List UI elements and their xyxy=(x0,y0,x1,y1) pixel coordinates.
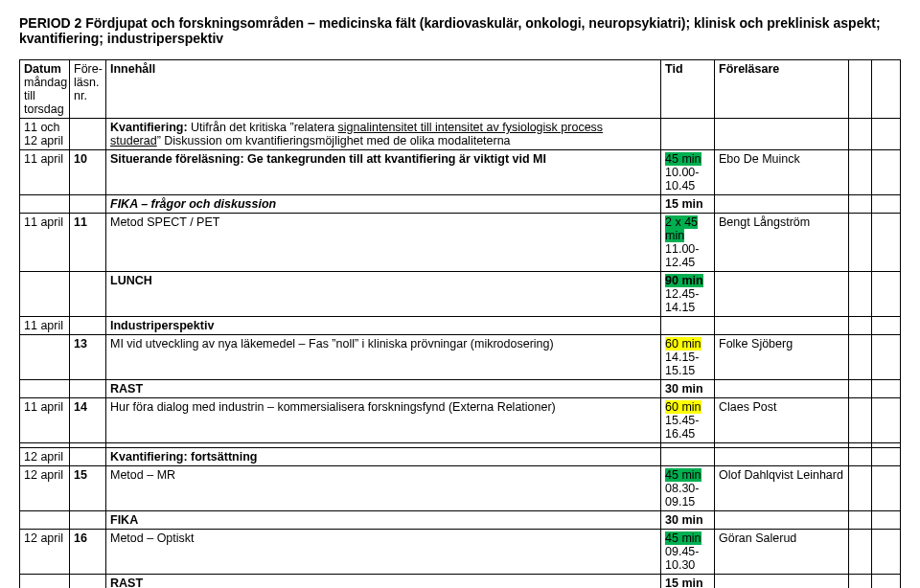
cell-empty xyxy=(849,335,872,380)
cell-tid: 30 min xyxy=(661,511,715,530)
table-row: 11 april 10 Situerande föreläsning: Ge t… xyxy=(20,150,901,195)
cell-fore xyxy=(715,272,849,317)
cell-nr: 15 xyxy=(70,466,106,511)
cell-date xyxy=(20,335,70,380)
cell-empty xyxy=(872,150,901,195)
cell-date xyxy=(20,195,70,214)
cell-content: RAST xyxy=(106,575,661,589)
table-row: 12 april Kvantifiering: fortsättning xyxy=(20,448,901,466)
cell-tid: 15 min xyxy=(661,195,715,214)
cell-nr: 11 xyxy=(70,214,106,272)
cell-tid: 45 min10.00-10.45 xyxy=(661,150,715,195)
cell-content: Hur föra dialog med industrin – kommersi… xyxy=(106,398,661,443)
table-row: LUNCH 90 min12.45-14.15 xyxy=(20,272,901,317)
cell-nr xyxy=(70,317,106,335)
table-row: FIKA – frågor och diskussion 15 min xyxy=(20,195,901,214)
cell-fore: Folke Sjöberg xyxy=(715,335,849,380)
head-empty1 xyxy=(849,60,872,119)
cell-empty xyxy=(872,335,901,380)
cell-content: Kvantifiering: fortsättning xyxy=(106,448,661,466)
cell-nr xyxy=(70,195,106,214)
cell-empty xyxy=(849,195,872,214)
cell-nr xyxy=(70,119,106,150)
cell-empty xyxy=(872,214,901,272)
cell-empty xyxy=(872,272,901,317)
cell-fore xyxy=(715,317,849,335)
cell-empty xyxy=(849,214,872,272)
cell-nr: 10 xyxy=(70,150,106,195)
cell-content: Industriperspektiv xyxy=(106,317,661,335)
cell-content: Kvantifiering: Utifrån det kritiska ”rel… xyxy=(106,119,661,150)
table-row: 11 april 14 Hur föra dialog med industri… xyxy=(20,398,901,443)
cell-date xyxy=(20,380,70,398)
head-datum: Datum måndag till torsdag xyxy=(20,60,70,119)
cell-fore xyxy=(715,195,849,214)
cell-tid xyxy=(661,448,715,466)
cell-empty xyxy=(872,398,901,443)
head-tid: Tid xyxy=(661,60,715,119)
cell-date: 11 april xyxy=(20,214,70,272)
cell-fore: Olof Dahlqvist Leinhard xyxy=(715,466,849,511)
cell-tid: 2 x 45 min11.00-12.45 xyxy=(661,214,715,272)
cell-fore xyxy=(715,448,849,466)
page-title: PERIOD 2 Fördjupat och forskningsområden… xyxy=(19,15,901,46)
schedule-table: Datum måndag till torsdag Före-läsn. nr.… xyxy=(19,59,901,588)
table-row: 12 april 15 Metod – MR 45 min08.30-09.15… xyxy=(20,466,901,511)
cell-content: Situerande föreläsning: Ge tankegrunden … xyxy=(106,150,661,195)
cell-date xyxy=(20,575,70,589)
cell-tid: 30 min xyxy=(661,380,715,398)
cell-fore: Bengt Långström xyxy=(715,214,849,272)
cell-tid: 90 min12.45-14.15 xyxy=(661,272,715,317)
cell-empty xyxy=(872,530,901,575)
cell-date: 12 april xyxy=(20,466,70,511)
head-empty2 xyxy=(872,60,901,119)
cell-nr xyxy=(70,272,106,317)
cell-empty xyxy=(849,575,872,589)
cell-content: RAST xyxy=(106,380,661,398)
cell-empty xyxy=(872,466,901,511)
cell-empty xyxy=(849,466,872,511)
cell-empty xyxy=(872,511,901,530)
cell-content: Metod – Optiskt xyxy=(106,530,661,575)
cell-empty xyxy=(872,575,901,589)
cell-content: Metod – MR xyxy=(106,466,661,511)
cell-date xyxy=(20,272,70,317)
table-row: 13 MI vid utveckling av nya läkemedel – … xyxy=(20,335,901,380)
cell-empty xyxy=(849,398,872,443)
cell-tid: 45 min08.30-09.15 xyxy=(661,466,715,511)
cell-empty xyxy=(872,380,901,398)
cell-nr: 16 xyxy=(70,530,106,575)
cell-empty xyxy=(849,511,872,530)
cell-date: 12 april xyxy=(20,530,70,575)
cell-date: 12 april xyxy=(20,448,70,466)
cell-tid: 60 min15.45-16.45 xyxy=(661,398,715,443)
cell-fore: Ebo De Muinck xyxy=(715,150,849,195)
cell-nr xyxy=(70,448,106,466)
cell-nr: 13 xyxy=(70,335,106,380)
cell-empty xyxy=(872,317,901,335)
table-row: RAST 30 min xyxy=(20,380,901,398)
cell-fore xyxy=(715,380,849,398)
cell-tid: 60 min14.15-15.15 xyxy=(661,335,715,380)
cell-empty xyxy=(849,448,872,466)
cell-date: 11 april xyxy=(20,398,70,443)
table-row: RAST 15 min xyxy=(20,575,901,589)
table-header-row: Datum måndag till torsdag Före-läsn. nr.… xyxy=(20,60,901,119)
cell-nr xyxy=(70,575,106,589)
cell-empty xyxy=(849,380,872,398)
cell-empty xyxy=(849,150,872,195)
cell-date: 11 april xyxy=(20,317,70,335)
cell-date: 11 och 12 april xyxy=(20,119,70,150)
cell-tid: 45 min09.45-10.30 xyxy=(661,530,715,575)
head-innehall: Innehåll xyxy=(106,60,661,119)
cell-date: 11 april xyxy=(20,150,70,195)
table-row: 11 april 11 Metod SPECT / PET 2 x 45 min… xyxy=(20,214,901,272)
cell-tid xyxy=(661,119,715,150)
cell-fore: Claes Post xyxy=(715,398,849,443)
table-row: 11 och 12 april Kvantifiering: Utifrån d… xyxy=(20,119,901,150)
cell-date xyxy=(20,511,70,530)
cell-nr: 14 xyxy=(70,398,106,443)
cell-empty xyxy=(872,195,901,214)
cell-empty xyxy=(872,119,901,150)
cell-empty xyxy=(849,317,872,335)
